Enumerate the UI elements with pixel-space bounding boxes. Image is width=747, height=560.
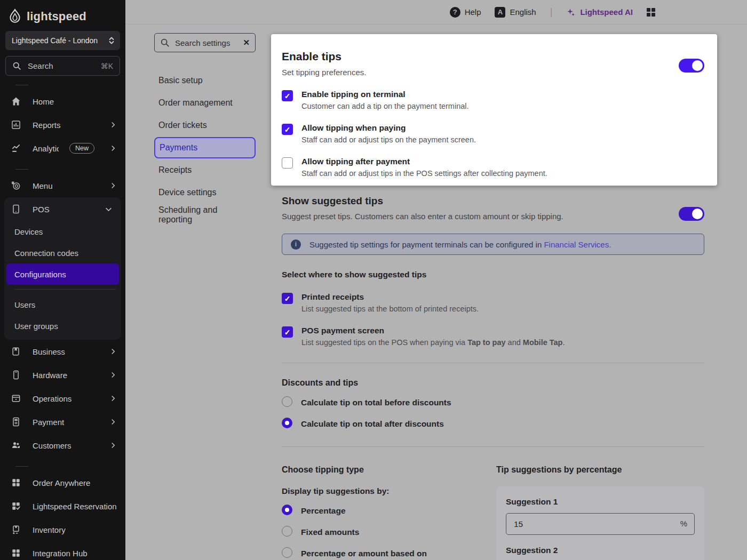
settings-nav-device-settings[interactable]: Device settings <box>154 181 256 204</box>
clear-search-icon[interactable]: ✕ <box>243 38 250 47</box>
radio-tip-after-discounts[interactable] <box>282 418 292 428</box>
radio-percentage[interactable] <box>282 505 292 515</box>
menu-dining-icon <box>10 180 22 191</box>
chevron-right-icon <box>109 348 117 355</box>
enable-tips-title: Enable tips <box>282 50 704 63</box>
sidebar-subitem-user-groups[interactable]: User groups <box>4 315 121 337</box>
info-icon: i <box>291 239 301 250</box>
sidebar-item-payment[interactable]: Payment <box>0 410 125 434</box>
percent-unit: % <box>680 519 687 528</box>
chevron-right-icon <box>109 418 117 426</box>
brand-wordmark: lightspeed <box>27 10 86 23</box>
select-where-label: Select where to show suggested tips <box>282 270 704 279</box>
sidebar-search-input[interactable] <box>27 61 96 71</box>
sidebar-item-lightspeed-reservations[interactable]: Lightspeed Reservations <box>0 494 125 518</box>
chevron-right-icon <box>109 182 117 189</box>
sidebar-item-inventory[interactable]: Inventory <box>0 518 125 541</box>
checkbox-row: ✓ Printed receipts List suggested tips a… <box>282 292 704 313</box>
settings-nav-payments[interactable]: Payments <box>154 137 256 158</box>
search-icon <box>12 61 21 70</box>
inventory-icon <box>10 524 22 535</box>
sidebar-item-operations[interactable]: Operations <box>0 387 125 410</box>
lightspeed-ai-button[interactable]: Lightspeed AI <box>566 7 633 17</box>
sidebar-item-order-anywhere[interactable]: Order Anywhere <box>0 471 125 494</box>
app-root: lightspeed Lightspeed Café - London ⌘K H… <box>0 0 747 560</box>
updown-chevron-icon <box>108 36 115 45</box>
language-button[interactable]: A English <box>495 7 536 18</box>
sidebar-subitem-configurations[interactable]: Configurations <box>6 263 119 285</box>
sidebar-item-pos[interactable]: POS <box>4 197 121 221</box>
tip-suggestions-title: Tip suggestions by percentage <box>496 465 704 475</box>
sidebar-item-business[interactable]: Business <box>0 340 125 363</box>
radio-row: Calculate tip on total after discounts <box>282 418 704 430</box>
sidebar-item-home[interactable]: Home <box>0 90 125 113</box>
sidebar-item-customers[interactable]: Customers <box>0 434 125 457</box>
show-suggested-tips-toggle[interactable] <box>679 207 704 221</box>
sidebar-divider <box>15 466 28 467</box>
language-icon: A <box>495 7 505 18</box>
checkbox-row: ✓ Enable tipping on terminal Customer ca… <box>282 90 704 110</box>
choose-tipping-type-title: Choose tipping type <box>282 465 496 475</box>
chevron-right-icon <box>109 395 117 402</box>
enable-tips-toggle[interactable] <box>679 59 704 73</box>
radio-row: Fixed amounts <box>282 526 496 539</box>
store-selector-label: Lightspeed Café - London <box>12 36 108 45</box>
radio-fixed-amounts[interactable] <box>282 526 292 537</box>
checkbox-allow-tipping-when-paying[interactable]: ✓ <box>282 124 293 135</box>
radio-payment-threshold[interactable] <box>282 547 292 558</box>
radio-row: Percentage <box>282 505 496 517</box>
radio-tip-before-discounts[interactable] <box>282 396 292 407</box>
reservations-icon <box>10 501 22 511</box>
settings-nav-receipts[interactable]: Receipts <box>154 159 256 181</box>
new-badge: New <box>69 143 94 154</box>
submenu-divider <box>14 289 116 290</box>
order-anywhere-icon <box>10 477 22 488</box>
sidebar-item-hardware[interactable]: Hardware <box>0 363 125 387</box>
chevron-right-icon <box>109 121 117 129</box>
settings-search-input[interactable] <box>174 38 239 48</box>
settings-nav-basic-setup[interactable]: Basic setup <box>154 69 256 92</box>
divider <box>282 446 704 447</box>
sidebar-subitem-connection-codes[interactable]: Connection codes <box>4 242 121 263</box>
display-by-label: Display tip suggestions by: <box>282 486 496 496</box>
sidebar-divider <box>15 85 28 85</box>
checkbox-pos-payment-screen[interactable]: ✓ <box>282 326 293 338</box>
checkbox-enable-tipping-terminal[interactable]: ✓ <box>282 90 293 101</box>
checkbox-row: ✓ Allow tipping when paying Staff can ad… <box>282 123 704 144</box>
sparkle-icon <box>566 7 576 17</box>
chevron-right-icon <box>109 371 117 379</box>
financial-services-link[interactable]: Financial Services. <box>544 240 611 249</box>
settings-search[interactable]: ✕ <box>154 33 256 52</box>
sidebar: lightspeed Lightspeed Café - London ⌘K H… <box>0 0 125 560</box>
customers-icon <box>10 440 22 451</box>
tip-suggestions-column: Tip suggestions by percentage Suggestion… <box>496 450 704 560</box>
sidebar-item-reports[interactable]: Reports <box>0 113 125 137</box>
sidebar-item-menu[interactable]: Menu <box>0 174 125 197</box>
settings-nav-order-management[interactable]: Order management <box>154 92 256 114</box>
radio-row: Percentage or amount based on payment th… <box>282 547 496 560</box>
tip-suggestions-panel: Suggestion 1 % Suggestion 2 % <box>496 486 704 560</box>
home-icon <box>10 96 22 107</box>
analytics-icon <box>10 143 22 154</box>
settings-nav-order-tickets[interactable]: Order tickets <box>154 114 256 137</box>
search-shortcut: ⌘K <box>101 62 113 70</box>
enable-tips-subtitle: Set tipping preferences. <box>282 68 704 77</box>
checkbox-allow-tipping-after-payment[interactable] <box>282 157 293 169</box>
sidebar-search[interactable]: ⌘K <box>5 56 120 76</box>
help-button[interactable]: ? Help <box>450 7 481 18</box>
operations-icon <box>10 393 22 404</box>
app-grid-button[interactable] <box>647 8 655 17</box>
sidebar-item-integration-hub[interactable]: Integration Hub <box>0 541 125 560</box>
sidebar-subitem-users[interactable]: Users <box>4 294 121 315</box>
sidebar-subitem-devices[interactable]: Devices <box>4 221 121 242</box>
enable-tips-card: Enable tips Set tipping preferences. ✓ E… <box>271 34 717 186</box>
settings-nav-scheduling[interactable]: Scheduling and reporting <box>154 204 256 226</box>
tipping-type-column: Choose tipping type Display tip suggesti… <box>282 450 496 560</box>
help-icon: ? <box>450 7 460 18</box>
store-selector[interactable]: Lightspeed Café - London <box>5 31 120 50</box>
checkbox-printed-receipts[interactable]: ✓ <box>282 293 293 304</box>
suggestion-1-input[interactable] <box>506 513 695 535</box>
chevron-right-icon <box>109 442 117 449</box>
lightspeed-logo: lightspeed <box>0 0 125 25</box>
sidebar-item-analytics[interactable]: Analytics New <box>0 137 125 160</box>
